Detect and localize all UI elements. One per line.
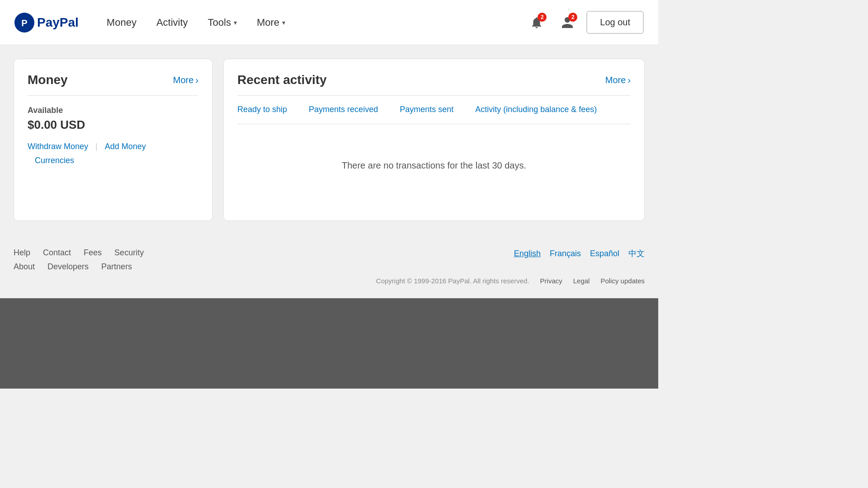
- actions-separator: |: [95, 142, 98, 151]
- tab-activity-all[interactable]: Activity (including balance & fees): [464, 96, 608, 124]
- tab-ready-to-ship[interactable]: Ready to ship: [237, 96, 298, 124]
- currencies-link[interactable]: Currencies: [35, 156, 74, 165]
- footer-row-2: About Developers Partners: [14, 262, 144, 272]
- activity-more-chevron-icon: ›: [627, 75, 631, 85]
- add-money-link[interactable]: Add Money: [105, 142, 146, 151]
- main-nav: Money Activity Tools ▾ More ▾: [97, 0, 525, 45]
- footer-partners-link[interactable]: Partners: [101, 262, 132, 272]
- money-card: Money More › Available $0.00 USD Withdra…: [14, 59, 212, 221]
- activity-more-link[interactable]: More ›: [605, 75, 631, 85]
- site-footer: Help Contact Fees Security About Develop…: [0, 235, 658, 298]
- footer-developers-link[interactable]: Developers: [47, 262, 89, 272]
- lang-spanish[interactable]: Español: [590, 249, 619, 258]
- footer-privacy-link[interactable]: Privacy: [540, 277, 562, 285]
- footer-help-link[interactable]: Help: [14, 248, 30, 258]
- svg-text:P: P: [21, 18, 27, 28]
- withdraw-money-link[interactable]: Withdraw Money: [28, 142, 88, 151]
- profile-button[interactable]: 2: [556, 11, 579, 34]
- nav-tools[interactable]: Tools ▾: [198, 0, 247, 45]
- money-more-chevron-icon: ›: [195, 75, 198, 85]
- footer-top: Help Contact Fees Security About Develop…: [14, 248, 645, 272]
- available-label: Available: [28, 106, 198, 115]
- lang-english[interactable]: English: [514, 249, 541, 258]
- footer-legal-link[interactable]: Legal: [573, 277, 590, 285]
- copyright-text: Copyright © 1999-2016 PayPal. All rights…: [376, 277, 529, 285]
- notification-badge: 2: [538, 13, 547, 22]
- money-card-header: Money More ›: [28, 73, 198, 96]
- footer-contact-link[interactable]: Contact: [43, 248, 71, 258]
- nav-more[interactable]: More ▾: [247, 0, 295, 45]
- more-chevron-icon: ▾: [282, 0, 285, 45]
- bottom-bar: [0, 298, 658, 389]
- activity-title: Recent activity: [237, 73, 327, 87]
- footer-copyright: Copyright © 1999-2016 PayPal. All rights…: [14, 277, 645, 285]
- lang-french[interactable]: Français: [550, 249, 581, 258]
- paypal-logo[interactable]: P PayPal: [14, 13, 79, 33]
- footer-policy-link[interactable]: Policy updates: [600, 277, 645, 285]
- footer-links-left: Help Contact Fees Security About Develop…: [14, 248, 144, 272]
- nav-activity[interactable]: Activity: [146, 0, 198, 45]
- tab-payments-received[interactable]: Payments received: [298, 96, 389, 124]
- profile-badge: 2: [568, 13, 577, 22]
- lang-chinese[interactable]: 中文: [628, 248, 645, 259]
- activity-tabs: Ready to ship Payments received Payments…: [237, 96, 631, 124]
- tools-chevron-icon: ▾: [234, 0, 237, 45]
- nav-money[interactable]: Money: [97, 0, 146, 45]
- footer-language-selector: English Français Español 中文: [514, 248, 645, 259]
- logo-area: P PayPal: [14, 13, 79, 33]
- footer-row-1: Help Contact Fees Security: [14, 248, 144, 258]
- logout-button[interactable]: Log out: [586, 11, 644, 34]
- activity-card: Recent activity More › Ready to ship Pay…: [223, 59, 645, 221]
- money-title: Money: [28, 73, 68, 87]
- footer-fees-link[interactable]: Fees: [84, 248, 102, 258]
- balance-amount: $0.00 USD: [28, 118, 198, 132]
- money-actions: Withdraw Money | Add Money: [28, 142, 198, 151]
- footer-about-link[interactable]: About: [14, 262, 35, 272]
- money-more-link[interactable]: More ›: [173, 75, 198, 85]
- main-content: Money More › Available $0.00 USD Withdra…: [0, 45, 658, 235]
- logo-text: PayPal: [37, 15, 79, 30]
- no-transactions-message: There are no transactions for the last 3…: [237, 124, 631, 207]
- tab-payments-sent[interactable]: Payments sent: [389, 96, 464, 124]
- activity-card-header: Recent activity More ›: [237, 73, 631, 96]
- header-right: 2 2 Log out: [525, 11, 644, 34]
- notifications-button[interactable]: 2: [525, 11, 548, 34]
- footer-security-link[interactable]: Security: [114, 248, 144, 258]
- site-header: P PayPal Money Activity Tools ▾ More ▾ 2…: [0, 0, 658, 45]
- paypal-logo-icon: P: [14, 13, 34, 33]
